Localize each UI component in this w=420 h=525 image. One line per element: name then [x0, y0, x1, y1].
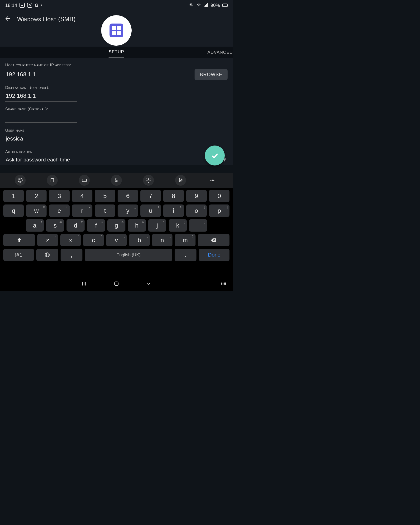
key-2[interactable]: 2	[26, 190, 46, 202]
setup-form: Host computer name or IP address: BROWSE…	[0, 58, 233, 165]
key-0[interactable]: 0	[209, 190, 229, 202]
browse-button[interactable]: BROWSE	[195, 69, 228, 80]
key-d[interactable]: d#	[66, 219, 85, 232]
key-e[interactable]: e÷	[49, 205, 69, 217]
svg-rect-5	[82, 179, 86, 182]
svg-point-10	[212, 180, 213, 181]
keyboard-switch-icon[interactable]	[220, 281, 227, 288]
mic-icon[interactable]	[111, 175, 122, 186]
period-key[interactable]: .	[175, 249, 196, 261]
tab-setup[interactable]: SETUP	[109, 46, 124, 58]
svg-point-19	[221, 282, 222, 282]
recents-button[interactable]	[81, 281, 87, 288]
text-edit-icon[interactable]	[175, 175, 186, 186]
svg-point-20	[223, 282, 223, 282]
key-p[interactable]: p]	[209, 205, 229, 217]
key-q[interactable]: q+	[3, 205, 24, 217]
page-title: Windows Host (SMB)	[17, 16, 75, 23]
key-i[interactable]: i>	[163, 205, 184, 217]
key-3[interactable]: 3	[49, 190, 69, 202]
clock: 18:14	[5, 3, 17, 8]
auth-value: Ask for password each time	[6, 157, 70, 163]
svg-point-28	[223, 284, 223, 285]
instagram-icon	[27, 3, 32, 8]
keyboard-toolbar	[0, 173, 233, 188]
key-a[interactable]: a!	[26, 219, 44, 232]
key-7[interactable]: 7	[140, 190, 161, 202]
key-8[interactable]: 8	[163, 190, 184, 202]
key-6[interactable]: 6	[118, 190, 138, 202]
battery-percent: 90%	[210, 3, 220, 8]
key-n[interactable]: n,	[152, 234, 173, 246]
key-g[interactable]: g%	[107, 219, 125, 232]
username-label: User name:	[5, 128, 228, 133]
key-v[interactable]: v:	[106, 234, 127, 246]
share-name-input[interactable]	[5, 113, 77, 123]
google-icon: G	[35, 3, 38, 8]
key-l[interactable]: l)	[189, 219, 207, 232]
space-key[interactable]: English (UK)	[85, 249, 172, 261]
svg-point-25	[224, 283, 225, 284]
key-u[interactable]: u<	[140, 205, 161, 217]
tab-advanced[interactable]: ADVANCED	[207, 47, 233, 58]
back-nav-button[interactable]	[146, 281, 152, 288]
svg-point-8	[148, 179, 149, 181]
keyboard-mode-icon[interactable]	[79, 175, 90, 186]
svg-point-0	[18, 178, 22, 182]
key-s[interactable]: s@	[46, 219, 64, 232]
shift-key[interactable]	[3, 234, 35, 246]
key-t[interactable]: t/	[95, 205, 115, 217]
key-r[interactable]: r=	[72, 205, 92, 217]
key-4[interactable]: 4	[72, 190, 92, 202]
confirm-fab[interactable]	[205, 146, 225, 166]
host-input[interactable]	[5, 70, 190, 80]
more-notifications-icon: •	[41, 3, 42, 8]
key-m[interactable]: m?	[175, 234, 195, 246]
svg-point-29	[224, 284, 225, 285]
key-h[interactable]: h&	[128, 219, 146, 232]
svg-point-23	[221, 283, 222, 284]
done-key[interactable]: Done	[199, 249, 229, 261]
share-name-label: Share name (Optional):	[5, 107, 228, 112]
emoji-icon[interactable]	[15, 175, 26, 186]
language-key[interactable]	[36, 249, 58, 261]
svg-point-30	[225, 284, 226, 285]
svg-point-1	[19, 179, 20, 180]
key-z[interactable]: z-	[37, 234, 58, 246]
gallery-icon	[19, 3, 25, 8]
back-button[interactable]	[4, 15, 11, 23]
key-b[interactable]: b;	[129, 234, 150, 246]
more-icon[interactable]	[207, 175, 218, 186]
wifi-icon	[196, 2, 201, 9]
clipboard-icon[interactable]	[47, 175, 58, 186]
comma-key[interactable]: ,	[61, 249, 82, 261]
key-k[interactable]: k(	[169, 219, 187, 232]
svg-point-24	[223, 283, 223, 284]
key-9[interactable]: 9	[186, 190, 207, 202]
key-5[interactable]: 5	[95, 190, 115, 202]
tabs: SETUP ADVANCED	[0, 47, 233, 58]
status-bar: 18:14 G • 90%	[0, 0, 233, 10]
host-label: Host computer name or IP address:	[5, 63, 228, 67]
svg-rect-18	[115, 282, 118, 285]
svg-point-27	[221, 284, 222, 285]
key-f[interactable]: f£	[87, 219, 105, 232]
key-o[interactable]: o[	[186, 205, 207, 217]
home-button[interactable]	[113, 281, 119, 288]
backspace-key[interactable]	[198, 234, 229, 246]
key-w[interactable]: w×	[26, 205, 46, 217]
display-name-input[interactable]	[5, 92, 77, 102]
username-input[interactable]	[5, 134, 77, 144]
symbols-key[interactable]: !#1	[3, 249, 34, 261]
key-x[interactable]: x'	[60, 234, 81, 246]
auth-dropdown[interactable]: Ask for password each time ▼	[5, 156, 228, 165]
key-1[interactable]: 1	[3, 190, 24, 202]
keyboard: 1234567890 q+w×e÷r=t/y_u<i>o[p] a!s@d#f£…	[0, 188, 233, 277]
settings-icon[interactable]	[143, 175, 154, 186]
svg-rect-7	[116, 178, 117, 181]
display-name-label: Display name (optional):	[5, 85, 228, 90]
key-y[interactable]: y_	[118, 205, 138, 217]
svg-point-2	[21, 179, 21, 180]
key-c[interactable]: c"	[83, 234, 104, 246]
key-j[interactable]: j*	[148, 219, 166, 232]
